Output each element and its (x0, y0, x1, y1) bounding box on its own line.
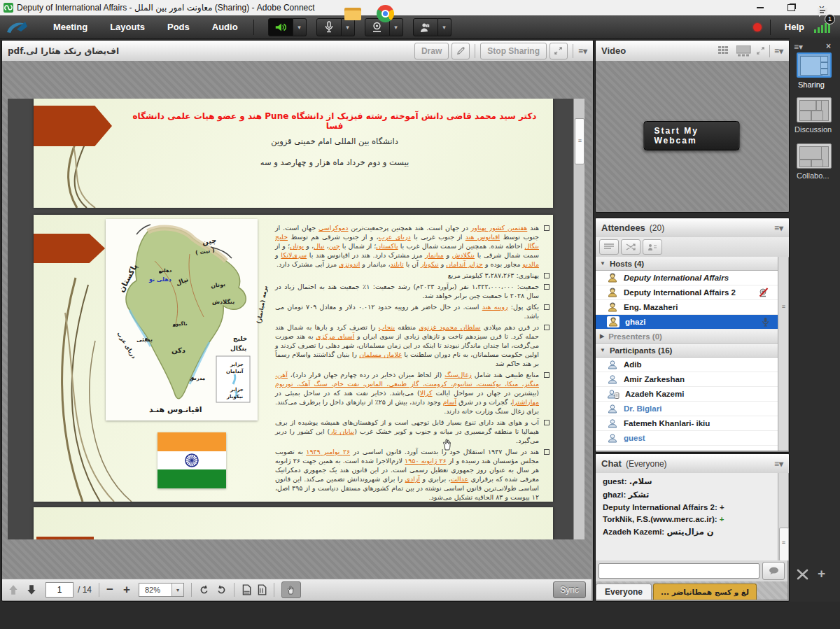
attendee-list-view-icon[interactable] (599, 239, 619, 255)
folder-icon (344, 8, 361, 20)
scrollbar-thumb[interactable]: ≡ (575, 118, 584, 164)
menu-audio[interactable]: Audio (201, 15, 249, 38)
share-pod-menu-icon[interactable]: ≡▾ (578, 46, 587, 56)
microphone-button[interactable] (316, 18, 342, 36)
action-center-button[interactable]: 1 (816, 6, 830, 22)
chat-pod-header: Chat (Everyone) ≡▾ (596, 454, 789, 474)
attendees-count: (20) (650, 223, 664, 233)
chat-tab-everyone[interactable]: Everyone (596, 584, 652, 600)
send-message-button[interactable] (762, 562, 785, 580)
attendees-toolbar (596, 237, 790, 257)
attendee-status-view-icon[interactable] (643, 239, 662, 255)
chat-scrollbar[interactable]: ≡ (778, 473, 788, 560)
webcam-icon (371, 22, 383, 33)
layout-discussion-thumb[interactable] (797, 97, 832, 122)
menu-pods[interactable]: Pods (156, 15, 201, 38)
chat-message-list[interactable]: guest: سلام.ghazi: تشکرDeputy Internatio… (596, 473, 778, 560)
bullet-text: در قرن دهم میلادی سلطان محمود غزنوی منطق… (275, 323, 539, 368)
map-labels-layer: پاکستانچین( تبت )نپالبوتانبنگلادشبرمه (م… (106, 219, 258, 420)
attendees-scrollbar[interactable]: ≡ (778, 257, 788, 451)
slide-3 (34, 507, 553, 539)
host-icon (607, 273, 618, 283)
attendee-row[interactable]: Eng. Mazaheri (596, 300, 778, 315)
layouts-menu-icon[interactable]: ≡▾ (794, 42, 803, 52)
draw-button[interactable]: Draw (414, 43, 449, 59)
attendee-row[interactable]: Fatemeh Khanlari- ikiu (596, 416, 778, 431)
speaker-dropdown[interactable]: ▾ (293, 18, 307, 36)
attendee-row[interactable]: Adib (596, 358, 778, 372)
chat-tab-private[interactable]: ... رضاین‌اطمه جسک و غل (653, 584, 757, 600)
layouts-close-icon[interactable]: × (826, 41, 831, 51)
map-label: بمبئی (136, 337, 153, 343)
video-pod-menu-icon[interactable]: ≡▾ (774, 46, 783, 56)
participant-icon (607, 360, 618, 369)
recording-indicator-icon[interactable] (753, 23, 762, 31)
start-webcam-button[interactable]: Start My Webcam (644, 121, 740, 150)
document-scrollbar[interactable]: ≡ (573, 99, 584, 539)
page-down-icon[interactable] (26, 584, 37, 595)
layout-sharing-label[interactable]: Sharing (798, 80, 825, 89)
zoom-level-value: 82% (139, 586, 172, 594)
pod-options-tools-icon[interactable] (797, 569, 809, 580)
layout-collaboration-thumb[interactable] (797, 143, 832, 169)
raise-hand-button[interactable] (413, 18, 438, 36)
zoom-out-icon[interactable]: − (106, 583, 113, 597)
fullscreen-icon[interactable] (756, 46, 765, 55)
pdf-toolbar: / 14 − + 82% ▾ Sync (2, 579, 592, 600)
layout-sharing-thumb[interactable] (797, 52, 832, 78)
attendees-section-presenters[interactable]: ▶Presenters (0) (596, 330, 778, 344)
menu-meeting[interactable]: Meeting (42, 15, 99, 38)
restore-button[interactable] (776, 0, 806, 15)
attendee-row[interactable]: Azadeh Kazemi (596, 387, 778, 402)
chat-text: تشکر (628, 490, 649, 500)
mic-icon (762, 317, 769, 327)
rotate-right-icon[interactable] (216, 585, 227, 595)
page-number-input[interactable] (46, 582, 74, 598)
speaker-button[interactable] (268, 18, 293, 36)
document-viewport[interactable]: دکتر سید محمد قاضی دانش آموخته رشته فیزی… (8, 99, 578, 539)
pen-icon[interactable] (451, 43, 470, 59)
add-layout-icon[interactable]: + (818, 566, 825, 581)
section-label: Hosts (4) (610, 260, 644, 268)
attendee-row[interactable]: ghazi (596, 315, 778, 330)
attendee-name: Amir Zarkeshan (624, 375, 685, 383)
grid-view-icon[interactable] (718, 46, 732, 56)
attendee-row[interactable]: Deputy International Affairs 2 (596, 285, 778, 300)
map-label: مدرس (190, 376, 205, 381)
minimize-button[interactable] (745, 0, 776, 15)
map-label: بوتان (210, 281, 225, 290)
page-up-icon[interactable] (8, 584, 19, 595)
zoom-level-select[interactable]: 82% ▾ (139, 583, 184, 597)
webcam-dropdown[interactable]: ▾ (390, 18, 403, 36)
chat-text: سلام. (629, 476, 652, 486)
microphone-dropdown[interactable]: ▾ (342, 18, 355, 36)
attendees-section-hosts[interactable]: ▼Hosts (4) (596, 257, 778, 271)
layout-collaboration-label[interactable]: Collabo... (797, 171, 829, 180)
attendee-row[interactable]: Amir Zarkeshan (596, 372, 778, 387)
attendee-row[interactable]: Dr. Biglari (596, 402, 778, 416)
pan-tool-button[interactable] (281, 581, 301, 598)
fit-width-icon[interactable] (241, 584, 251, 595)
attendees-section-participants[interactable]: ▼Participants (16) (596, 344, 778, 358)
fullscreen-icon[interactable] (550, 43, 568, 59)
attendee-row[interactable]: Deputy International Affairs (596, 271, 778, 285)
menu-layouts[interactable]: Layouts (99, 15, 156, 38)
map-label: اقیانـوس هنـد (149, 405, 202, 414)
breakout-view-icon[interactable] (621, 239, 640, 255)
zoom-in-icon[interactable]: + (123, 583, 130, 597)
attendee-row[interactable]: guest (596, 431, 778, 446)
help-menu[interactable]: Help (779, 15, 810, 38)
raise-hand-dropdown[interactable]: ▾ (438, 18, 451, 36)
layout-discussion-label[interactable]: Discussion (794, 125, 832, 134)
chat-pod-menu-icon[interactable]: ≡▾ (774, 459, 783, 469)
chat-input[interactable] (598, 563, 760, 579)
sync-button[interactable]: Sync (553, 581, 586, 598)
attendees-pod-menu-icon[interactable]: ≡▾ (774, 223, 783, 233)
filmstrip-view-icon[interactable] (736, 45, 752, 57)
rotate-left-icon[interactable] (199, 585, 209, 595)
fit-page-icon[interactable] (257, 584, 267, 595)
video-pod-title: Video (601, 45, 626, 56)
map-label: خلیج (233, 335, 247, 342)
zoom-dropdown-caret: ▾ (172, 584, 183, 596)
stop-sharing-button[interactable]: Stop Sharing (480, 43, 547, 59)
